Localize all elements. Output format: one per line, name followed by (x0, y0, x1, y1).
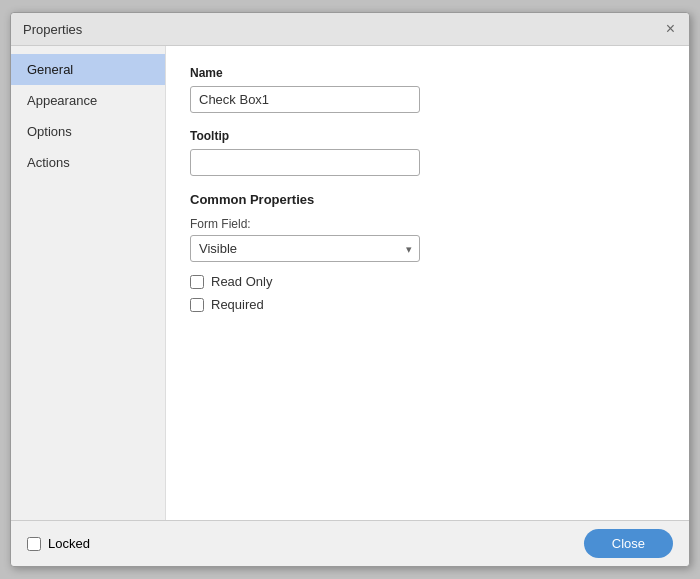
name-group: Name (190, 66, 665, 113)
sidebar: General Appearance Options Actions (11, 46, 166, 520)
common-properties-group: Common Properties Form Field: Visible Hi… (190, 192, 665, 312)
checkbox-group: Read Only Required (190, 274, 665, 312)
locked-checkbox[interactable] (27, 537, 41, 551)
titlebar: Properties × (11, 13, 689, 46)
sidebar-item-options[interactable]: Options (11, 116, 165, 147)
read-only-item[interactable]: Read Only (190, 274, 665, 289)
required-label: Required (211, 297, 264, 312)
read-only-checkbox[interactable] (190, 275, 204, 289)
sidebar-item-general[interactable]: General (11, 54, 165, 85)
tooltip-input[interactable] (190, 149, 420, 176)
close-x-button[interactable]: × (664, 21, 677, 37)
sidebar-item-appearance[interactable]: Appearance (11, 85, 165, 116)
tooltip-group: Tooltip (190, 129, 665, 176)
name-label: Name (190, 66, 665, 80)
locked-item[interactable]: Locked (27, 536, 90, 551)
read-only-label: Read Only (211, 274, 272, 289)
tooltip-label: Tooltip (190, 129, 665, 143)
name-input[interactable] (190, 86, 420, 113)
dialog-title: Properties (23, 22, 82, 37)
properties-dialog: Properties × General Appearance Options … (10, 12, 690, 567)
required-checkbox[interactable] (190, 298, 204, 312)
close-button[interactable]: Close (584, 529, 673, 558)
main-content: Name Tooltip Common Properties Form Fiel… (166, 46, 689, 520)
form-field-select[interactable]: Visible Hidden No Print No View (190, 235, 420, 262)
locked-label: Locked (48, 536, 90, 551)
common-properties-label: Common Properties (190, 192, 665, 207)
dialog-body: General Appearance Options Actions Name … (11, 46, 689, 520)
form-field-wrapper: Visible Hidden No Print No View ▾ (190, 235, 420, 262)
form-field-label: Form Field: (190, 217, 665, 231)
required-item[interactable]: Required (190, 297, 665, 312)
sidebar-item-actions[interactable]: Actions (11, 147, 165, 178)
dialog-footer: Locked Close (11, 520, 689, 566)
